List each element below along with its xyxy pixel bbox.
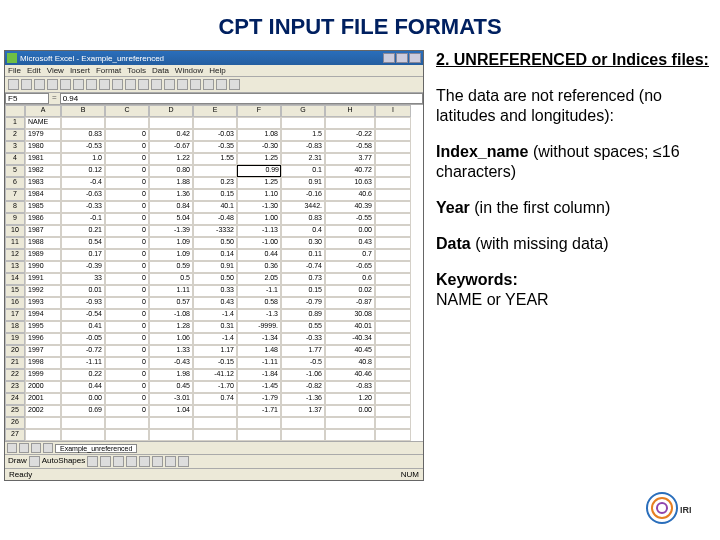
cell[interactable]: 1.33 xyxy=(149,345,193,357)
maximize-icon[interactable] xyxy=(396,53,408,63)
cell[interactable]: 0.30 xyxy=(281,237,325,249)
cell[interactable]: -1.36 xyxy=(281,393,325,405)
cell[interactable]: 40.46 xyxy=(325,369,375,381)
cell[interactable] xyxy=(375,285,411,297)
cell[interactable]: 0.59 xyxy=(149,261,193,273)
cell[interactable] xyxy=(61,429,105,441)
cell[interactable]: 3.77 xyxy=(325,153,375,165)
tab-nav-prev-icon[interactable] xyxy=(19,443,29,453)
cell[interactable] xyxy=(375,309,411,321)
cell[interactable]: 5.04 xyxy=(149,213,193,225)
cell[interactable]: -1.1 xyxy=(237,285,281,297)
cell[interactable] xyxy=(375,213,411,225)
excel-menubar[interactable]: FileEditViewInsertFormatToolsDataWindowH… xyxy=(5,65,423,77)
draw-label[interactable]: Draw xyxy=(8,456,27,467)
cell[interactable] xyxy=(375,393,411,405)
cell[interactable]: 0.83 xyxy=(281,213,325,225)
cell[interactable]: 0 xyxy=(105,165,149,177)
cell[interactable] xyxy=(237,429,281,441)
toolbar-button-icon[interactable] xyxy=(190,79,201,90)
row-header[interactable]: 13 xyxy=(5,261,25,273)
cell[interactable] xyxy=(193,117,237,129)
row-header[interactable]: 19 xyxy=(5,333,25,345)
cell[interactable]: 0.69 xyxy=(61,405,105,417)
cell[interactable]: 0.33 xyxy=(193,285,237,297)
cell[interactable]: 0 xyxy=(105,237,149,249)
toolbar-button-icon[interactable] xyxy=(21,79,32,90)
cell[interactable]: 0 xyxy=(105,249,149,261)
minimize-icon[interactable] xyxy=(383,53,395,63)
toolbar-button-icon[interactable] xyxy=(99,79,110,90)
cell[interactable]: -0.22 xyxy=(325,129,375,141)
cell[interactable]: 0.41 xyxy=(61,321,105,333)
cell[interactable] xyxy=(375,153,411,165)
cell[interactable]: 1993 xyxy=(25,297,61,309)
cell[interactable]: -1.08 xyxy=(149,309,193,321)
cell[interactable]: 1.25 xyxy=(237,153,281,165)
cell[interactable]: -3332 xyxy=(193,225,237,237)
cell[interactable]: -1.84 xyxy=(237,369,281,381)
draw-tool-icon[interactable] xyxy=(100,456,111,467)
toolbar-button-icon[interactable] xyxy=(203,79,214,90)
cell[interactable] xyxy=(375,201,411,213)
cell[interactable]: 0 xyxy=(105,153,149,165)
cell[interactable] xyxy=(61,417,105,429)
cell[interactable]: 1981 xyxy=(25,153,61,165)
cell[interactable]: 40.8 xyxy=(325,357,375,369)
column-header[interactable]: F xyxy=(237,105,281,117)
select-all-corner[interactable] xyxy=(5,105,25,117)
cell[interactable]: -0.55 xyxy=(325,213,375,225)
cell[interactable]: -1.11 xyxy=(61,357,105,369)
cell[interactable]: 0.99 xyxy=(237,165,281,177)
cell[interactable]: -0.54 xyxy=(61,309,105,321)
cell[interactable]: 0 xyxy=(105,189,149,201)
row-header[interactable]: 11 xyxy=(5,237,25,249)
cell[interactable]: 1.77 xyxy=(281,345,325,357)
cell[interactable]: -0.05 xyxy=(61,333,105,345)
cell[interactable]: 0.31 xyxy=(193,321,237,333)
cell[interactable]: -0.5 xyxy=(281,357,325,369)
cell[interactable]: -1.34 xyxy=(237,333,281,345)
cell[interactable]: 0.01 xyxy=(61,285,105,297)
menu-item[interactable]: Insert xyxy=(70,66,90,75)
cell[interactable] xyxy=(325,117,375,129)
cell[interactable] xyxy=(375,141,411,153)
cell[interactable]: 1980 xyxy=(25,141,61,153)
cell[interactable] xyxy=(25,417,61,429)
cell[interactable]: 0.80 xyxy=(149,165,193,177)
cell[interactable]: -0.53 xyxy=(61,141,105,153)
cell[interactable]: -0.35 xyxy=(193,141,237,153)
cell[interactable]: 0.73 xyxy=(281,273,325,285)
cell[interactable]: 3442. xyxy=(281,201,325,213)
cell[interactable]: 0 xyxy=(105,393,149,405)
cell[interactable]: 0 xyxy=(105,357,149,369)
row-header[interactable]: 25 xyxy=(5,405,25,417)
cell[interactable]: 1.48 xyxy=(237,345,281,357)
row-header[interactable]: 8 xyxy=(5,201,25,213)
formula-input[interactable]: 0.94 xyxy=(60,93,423,104)
column-header[interactable]: D xyxy=(149,105,193,117)
cell[interactable]: 1.37 xyxy=(281,405,325,417)
cell[interactable] xyxy=(105,117,149,129)
spreadsheet-grid[interactable]: ABCDEFGHI 123456789101112131415161718192… xyxy=(5,105,423,441)
row-header[interactable]: 17 xyxy=(5,309,25,321)
cell[interactable]: -1.70 xyxy=(193,381,237,393)
cell[interactable]: 0.83 xyxy=(61,129,105,141)
excel-toolbar[interactable] xyxy=(5,77,423,93)
row-header[interactable]: 18 xyxy=(5,321,25,333)
cell[interactable]: 0 xyxy=(105,285,149,297)
cell[interactable]: 1.11 xyxy=(149,285,193,297)
cell[interactable] xyxy=(325,417,375,429)
cell[interactable]: 0 xyxy=(105,321,149,333)
cell[interactable] xyxy=(375,345,411,357)
cell[interactable]: 1.09 xyxy=(149,237,193,249)
cell[interactable]: 0 xyxy=(105,129,149,141)
cell[interactable]: 1.08 xyxy=(237,129,281,141)
cell[interactable]: 1.88 xyxy=(149,177,193,189)
menu-item[interactable]: Edit xyxy=(27,66,41,75)
cell[interactable] xyxy=(375,189,411,201)
cell[interactable]: 0.43 xyxy=(193,297,237,309)
toolbar-button-icon[interactable] xyxy=(112,79,123,90)
column-header[interactable]: B xyxy=(61,105,105,117)
cell[interactable]: -0.93 xyxy=(61,297,105,309)
